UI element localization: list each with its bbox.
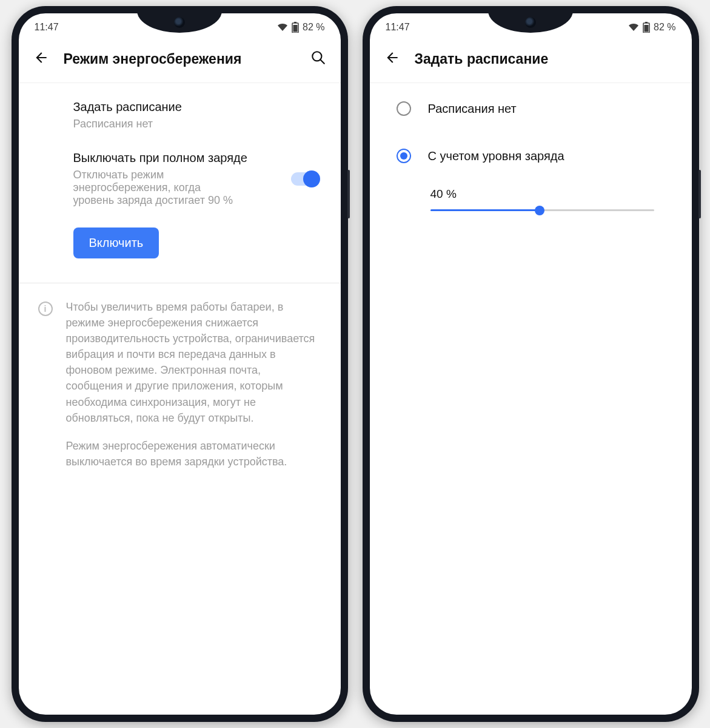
page-title: Режим энергосбережения	[64, 51, 296, 67]
app-bar: Задать расписание	[370, 38, 692, 83]
back-button[interactable]	[33, 50, 49, 68]
full-charge-toggle[interactable]	[291, 172, 319, 186]
slider-thumb[interactable]	[535, 206, 544, 215]
search-button[interactable]	[310, 50, 326, 68]
info-block: i Чтобы увеличить время работы батареи, …	[19, 283, 341, 482]
schedule-sub: Расписания нет	[73, 118, 319, 130]
radio-label: Расписания нет	[428, 102, 517, 116]
slider-label: 40 %	[430, 187, 654, 201]
full-charge-title: Выключать при полном заряде	[73, 151, 281, 165]
battery-icon	[292, 22, 299, 33]
page-title: Задать расписание	[415, 51, 677, 67]
wifi-icon	[628, 23, 639, 32]
radio-label: С учетом уровня заряда	[428, 149, 564, 163]
phone-frame-2: 11:47 82 % Задать расписание Расписания …	[363, 6, 699, 722]
status-battery-pct: 82 %	[654, 22, 675, 33]
status-time: 11:47	[386, 22, 410, 33]
slider-fill	[430, 209, 540, 211]
info-icon: i	[38, 302, 53, 316]
schedule-title: Задать расписание	[73, 100, 319, 114]
schedule-setting[interactable]: Задать расписание Расписания нет	[19, 83, 341, 134]
radio-unselected-icon	[397, 101, 411, 116]
toggle-knob	[303, 170, 320, 187]
screen-1: 11:47 82 % Режим энергосбережения	[19, 13, 341, 715]
battery-icon	[643, 22, 650, 33]
phone-frame-1: 11:47 82 % Режим энергосбережения	[12, 6, 348, 722]
status-time: 11:47	[35, 22, 59, 33]
power-button[interactable]	[698, 170, 701, 218]
charge-level-slider-area: 40 %	[370, 166, 692, 211]
full-charge-setting: Выключать при полном заряде Отключать ре…	[19, 134, 341, 211]
radio-option-none[interactable]: Расписания нет	[370, 83, 692, 118]
info-paragraph-2: Режим энергосбережения автоматически вык…	[66, 438, 316, 470]
status-battery-pct: 82 %	[303, 22, 324, 33]
front-camera	[174, 17, 185, 28]
radio-selected-icon	[397, 149, 411, 163]
radio-dot	[400, 152, 407, 160]
radio-option-by-level[interactable]: С учетом уровня заряда	[370, 118, 692, 166]
enable-button[interactable]: Включить	[73, 228, 159, 258]
power-button[interactable]	[347, 170, 350, 218]
wifi-icon	[277, 23, 288, 32]
back-button[interactable]	[384, 50, 400, 68]
full-charge-sub: Отключать режим энергосбережения, когда …	[73, 169, 243, 207]
app-bar: Режим энергосбережения	[19, 38, 341, 83]
svg-rect-7	[645, 25, 649, 32]
screen-2: 11:47 82 % Задать расписание Расписания …	[370, 13, 692, 715]
front-camera	[525, 17, 536, 28]
charge-level-slider[interactable]	[430, 209, 654, 211]
svg-line-4	[320, 59, 324, 64]
info-paragraph-1: Чтобы увеличить время работы батареи, в …	[66, 299, 316, 426]
svg-rect-2	[293, 25, 298, 32]
